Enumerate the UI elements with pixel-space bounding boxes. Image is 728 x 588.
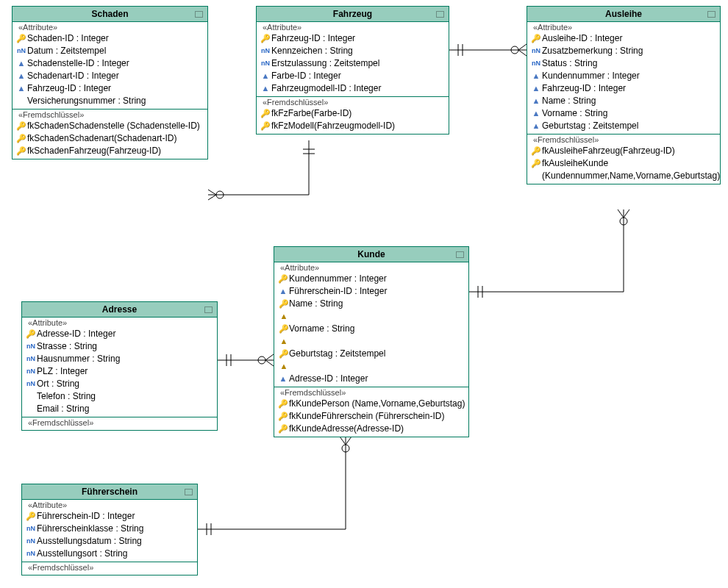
nn-icon: nN [530, 45, 542, 57]
entity-kunde[interactable]: Kunde «Attribute» 🔑Kundennummer : Intege… [274, 246, 469, 437]
fkref-icon: ▲ [530, 95, 542, 107]
fk-icon: 🔑 [530, 145, 542, 157]
fk-list: 🔑fkAusleiheFahrzeug(Fahrzeug-ID) 🔑fkAusl… [527, 145, 720, 184]
section-fks-label: «Fremdschlüssel» [527, 134, 720, 145]
title-text: Führerschein [82, 487, 138, 497]
fk-list: 🔑fkFzFarbe(Farbe-ID) 🔑fkFzModell(Fahrzeu… [257, 107, 449, 134]
nn-icon: nN [260, 45, 271, 57]
svg-line-5 [518, 50, 527, 56]
pk-part-icon: 🔑▲ [277, 323, 289, 348]
entity-title: Fahrzeug [257, 7, 449, 22]
section-fks-label: «Fremdschlüssel» [274, 387, 468, 398]
nn-icon: nN [260, 57, 271, 70]
nn-icon: nN [25, 535, 37, 548]
fkref-icon: ▲ [260, 70, 271, 82]
attr-list: 🔑Führerschein-ID : Integer nNFührerschei… [22, 510, 197, 562]
fkref-icon: ▲ [530, 120, 542, 132]
entity-adresse[interactable]: Adresse «Attribute» 🔑Adresse-ID : Intege… [21, 301, 218, 431]
pk-part-icon: 🔑▲ [277, 298, 289, 323]
collapse-icon[interactable] [456, 251, 464, 258]
title-text: Adresse [102, 304, 137, 315]
attr-list: 🔑Fahrzeug-ID : Integer nNKennzeichen : S… [257, 32, 449, 96]
svg-line-4 [518, 44, 527, 50]
entity-title: Kunde [274, 247, 468, 262]
nn-icon: nN [25, 365, 37, 378]
pk-icon: 🔑 [277, 273, 289, 285]
entity-title: Schaden [13, 7, 207, 22]
svg-line-20 [265, 354, 274, 360]
fk-icon: 🔑 [15, 132, 27, 145]
entity-ausleihe[interactable]: Ausleihe «Attribute» 🔑Ausleihe-ID : Inte… [527, 6, 721, 184]
entity-fuehrerschein[interactable]: Führerschein «Attribute» 🔑Führerschein-I… [21, 484, 198, 576]
fk-icon: 🔑 [260, 107, 271, 120]
fkref-icon: ▲ [277, 285, 289, 298]
title-text: Schaden [91, 9, 128, 19]
attr-list: 🔑Adresse-ID : Integer nNStrasse : String… [22, 328, 217, 417]
pk-icon: 🔑 [25, 328, 37, 340]
title-text: Ausleihe [605, 9, 642, 19]
pk-icon: 🔑 [15, 32, 27, 45]
nn-icon: nN [25, 378, 37, 390]
nn-icon: nN [25, 548, 37, 560]
title-text: Kunde [357, 249, 385, 259]
collapse-icon[interactable] [707, 11, 715, 18]
svg-line-24 [346, 437, 351, 445]
fkref-icon: ▲ [15, 57, 27, 70]
svg-line-12 [618, 209, 624, 218]
section-attrs-label: «Attribute» [257, 22, 449, 32]
pk-icon: 🔑 [530, 32, 542, 45]
fk-icon: 🔑 [530, 157, 542, 170]
nn-icon: nN [15, 45, 27, 57]
fk-list: 🔑fkKundePerson (Name,Vorname,Geburtstag)… [274, 398, 468, 437]
entity-schaden[interactable]: Schaden «Attribute» 🔑Schaden-ID : Intege… [12, 6, 208, 159]
collapse-icon[interactable] [195, 11, 203, 18]
section-fks-label: «Fremdschlüssel» [13, 109, 207, 120]
fkref-icon: ▲ [15, 82, 27, 95]
nn-icon: nN [25, 523, 37, 535]
section-attrs-label: «Attribute» [13, 22, 207, 32]
svg-line-21 [265, 360, 274, 366]
fk-icon: 🔑 [260, 120, 271, 132]
fk-icon: 🔑 [277, 410, 289, 423]
title-text: Fahrzeug [333, 9, 372, 19]
attr-list: 🔑Kundennummer : Integer ▲Führerschein-ID… [274, 273, 468, 387]
entity-fahrzeug[interactable]: Fahrzeug «Attribute» 🔑Fahrzeug-ID : Inte… [256, 6, 449, 135]
attr-list: 🔑Schaden-ID : Integer nNDatum : Zeitstem… [13, 32, 207, 109]
fk-icon: 🔑 [277, 398, 289, 410]
entity-title: Ausleihe [527, 7, 720, 22]
fkref-icon: ▲ [530, 70, 542, 82]
section-attrs-label: «Attribute» [527, 22, 720, 32]
section-attrs-label: «Attribute» [22, 500, 197, 510]
section-fks-label: «Fremdschlüssel» [257, 96, 449, 107]
svg-line-13 [624, 209, 629, 218]
collapse-icon[interactable] [204, 306, 213, 313]
entity-title: Adresse [22, 302, 217, 318]
fk-icon: 🔑 [277, 423, 289, 435]
section-fks-label: «Fremdschlüssel» [22, 562, 197, 575]
svg-line-8 [208, 195, 216, 200]
fk-icon: 🔑 [15, 120, 27, 132]
fkref-icon: ▲ [530, 82, 542, 95]
collapse-icon[interactable] [436, 11, 444, 18]
fkref-icon: ▲ [260, 82, 271, 95]
nn-icon: nN [25, 353, 37, 365]
section-fks-label: «Fremdschlüssel» [22, 417, 217, 430]
svg-line-23 [340, 437, 346, 445]
fkref-icon: ▲ [530, 107, 542, 120]
fkref-icon: ▲ [15, 70, 27, 82]
svg-line-7 [208, 190, 216, 195]
entity-title: Führerschein [22, 484, 197, 500]
section-attrs-label: «Attribute» [274, 262, 468, 273]
pk-icon: 🔑 [260, 32, 271, 45]
pk-part-icon: 🔑▲ [277, 348, 289, 373]
nn-icon: nN [530, 57, 542, 70]
pk-icon: 🔑 [25, 510, 37, 523]
fkref-icon: ▲ [277, 373, 289, 385]
nn-icon: nN [25, 340, 37, 353]
section-attrs-label: «Attribute» [22, 318, 217, 328]
attr-list: 🔑Ausleihe-ID : Integer nNZusatzbemerkung… [527, 32, 720, 134]
fk-list: 🔑fkSchadenSchadenstelle (Schadenstelle-I… [13, 120, 207, 159]
collapse-icon[interactable] [185, 489, 193, 495]
fk-icon: 🔑 [15, 145, 27, 157]
